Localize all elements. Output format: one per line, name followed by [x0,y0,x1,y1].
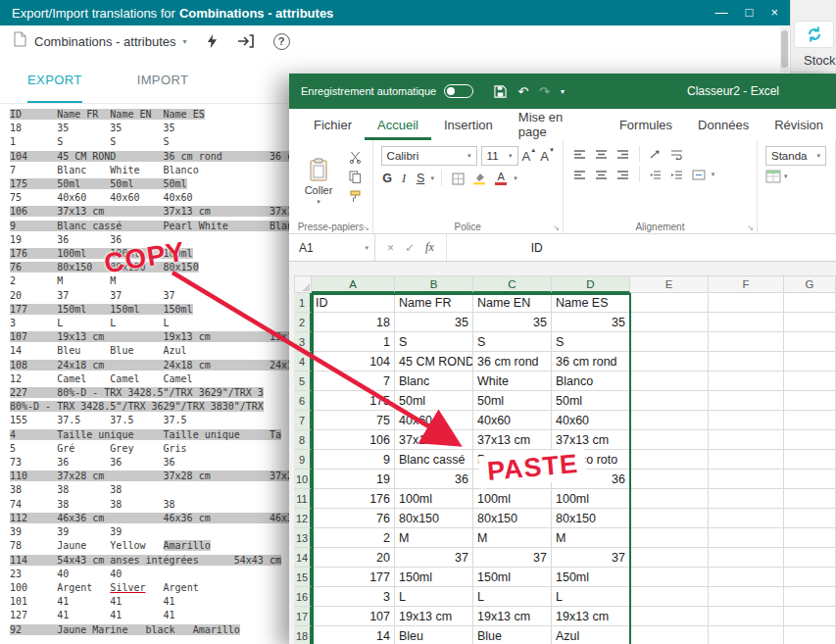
cell-A4[interactable]: 104 [312,352,395,372]
select-all-corner[interactable] [294,275,312,293]
cell-E1[interactable] [630,293,709,313]
column-header-G[interactable]: G [784,275,836,293]
cell-B14[interactable]: 37 [395,548,473,568]
cell-G15[interactable] [784,568,836,587]
row-header-12[interactable]: 12 [294,509,312,528]
row-header-17[interactable]: 17 [294,607,312,626]
cell-B5[interactable]: Blanc [395,372,473,391]
cell-E9[interactable] [630,450,709,470]
cell-A3[interactable]: 1 [312,332,395,352]
cell-G6[interactable] [784,391,836,411]
cell-D13[interactable]: M [552,528,630,548]
cell-F12[interactable] [709,509,784,528]
cell-C17[interactable]: 19x13 cm [473,607,552,626]
cell-D12[interactable]: 80x150 [552,509,630,528]
cell-G17[interactable] [784,607,836,626]
cell-B11[interactable]: 100ml [395,489,473,509]
cell-D5[interactable]: Blanco [552,372,630,391]
cell-G13[interactable] [784,528,836,548]
cell-G11[interactable] [784,489,836,509]
ribbon-tab-accueil[interactable]: Accueil [365,109,431,140]
cell-C14[interactable]: 37 [473,548,552,568]
increase-font-icon[interactable]: A▲ [522,149,537,164]
cell-E18[interactable] [630,626,709,644]
font-size-select[interactable]: 11▾ [481,146,518,166]
cell-B9[interactable]: Blanc cassé [395,450,473,470]
cell-C3[interactable]: S [473,332,552,352]
ribbon-tab-fichier[interactable]: Fichier [301,109,365,140]
row-header-9[interactable]: 9 [294,450,312,470]
align-center-icon[interactable] [593,168,611,182]
ribbon-tab-révision[interactable]: Révision [762,109,836,140]
cell-F15[interactable] [709,568,784,587]
cell-E7[interactable] [630,411,709,430]
row-header-11[interactable]: 11 [294,489,312,509]
cell-D16[interactable]: L [552,587,630,607]
number-format-select[interactable]: Standa▾ [765,146,826,166]
dialog-launcher-icon[interactable]: ↘ [747,223,754,232]
cell-B8[interactable]: 37x13 cm [395,430,473,450]
cell-D6[interactable]: 50ml [552,391,630,411]
align-top-icon[interactable] [571,147,589,162]
cell-C11[interactable]: 100ml [473,489,552,509]
maximize-icon[interactable]: □ [746,0,754,25]
cell-E8[interactable] [630,430,709,450]
cell-A6[interactable]: 175 [312,391,395,411]
cell-D11[interactable]: 100ml [552,489,630,509]
cell-F17[interactable] [709,607,784,626]
cell-D18[interactable]: Azul [552,626,630,644]
fill-color-icon[interactable] [470,172,488,186]
dialog-launcher-icon[interactable]: ↘ [363,223,369,232]
ribbon-tab-insertion[interactable]: Insertion [431,109,506,140]
tab-export[interactable]: EXPORT [27,57,82,103]
row-header-8[interactable]: 8 [294,430,312,450]
cell-C16[interactable]: L [473,587,552,607]
increase-indent-icon[interactable] [668,168,686,182]
cell-E12[interactable] [630,509,709,528]
cell-F1[interactable] [709,293,784,313]
cell-F14[interactable] [709,548,784,568]
cell-B16[interactable]: L [395,587,473,607]
cell-D4[interactable]: 36 cm rond [552,352,630,372]
cell-A2[interactable]: 18 [312,313,395,332]
bold-button[interactable]: G [381,172,394,185]
dialog-launcher-icon[interactable]: ↘ [553,223,560,232]
undo-icon[interactable]: ↶ [517,84,528,99]
cell-E14[interactable] [630,548,709,568]
cell-B18[interactable]: Bleu [395,626,473,644]
cell-A10[interactable]: 19 [312,470,395,489]
align-left-icon[interactable] [571,168,589,182]
cell-A11[interactable]: 176 [312,489,395,509]
cell-B3[interactable]: S [395,332,473,352]
cell-F5[interactable] [709,372,784,391]
row-header-5[interactable]: 5 [294,372,312,391]
cell-G2[interactable] [784,313,836,332]
cell-B13[interactable]: M [395,528,473,548]
close-icon[interactable]: × [770,0,778,25]
cell-B7[interactable]: 40x60 [395,411,473,430]
cell-C18[interactable]: Blue [473,626,552,644]
cell-D15[interactable]: 150ml [552,568,630,587]
cell-G8[interactable] [784,430,836,450]
cell-A1[interactable]: ID [312,293,395,313]
cell-A8[interactable]: 106 [312,430,395,450]
cell-D8[interactable]: 37x13 cm [552,430,630,450]
cell-C6[interactable]: 50ml [473,391,552,411]
row-header-6[interactable]: 6 [294,391,312,411]
cell-E11[interactable] [630,489,709,509]
cell-G3[interactable] [784,332,836,352]
cell-E15[interactable] [630,568,709,587]
cell-G5[interactable] [784,372,836,391]
cell-B4[interactable]: 45 CM ROND [395,352,473,372]
cell-A15[interactable]: 177 [312,568,395,587]
cell-F16[interactable] [709,587,784,607]
decrease-font-icon[interactable]: A▼ [540,149,555,164]
row-header-3[interactable]: 3 [294,332,312,352]
insert-function-icon[interactable]: fx [425,240,434,255]
translation-type-selector[interactable]: Combinations - attributes ▾ [34,34,187,49]
cell-F10[interactable] [709,470,784,489]
row-header-16[interactable]: 16 [294,587,312,607]
cell-D14[interactable]: 37 [552,548,630,568]
italic-button[interactable]: I [398,172,411,186]
cell-F4[interactable] [709,352,784,372]
